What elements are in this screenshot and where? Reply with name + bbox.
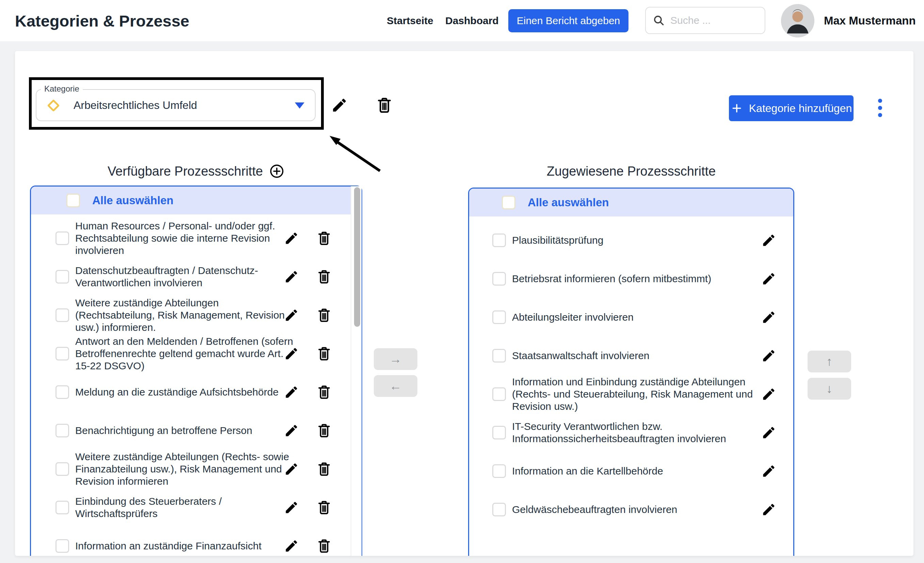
select-all-checkbox[interactable] xyxy=(66,194,80,207)
assigned-steps-listbox: Alle auswählen Plausibilitätsprüfung Bet… xyxy=(468,187,794,556)
select-all-checkbox[interactable] xyxy=(502,196,516,209)
edit-step-icon[interactable] xyxy=(284,461,299,476)
step-checkbox[interactable] xyxy=(56,539,69,553)
delete-step-icon[interactable] xyxy=(316,384,332,400)
process-step-row: Weitere zuständige Abteilungen (Rechtsab… xyxy=(31,296,361,334)
step-checkbox[interactable] xyxy=(492,503,506,517)
arrow-right-icon: → xyxy=(390,353,402,365)
delete-step-icon[interactable] xyxy=(316,499,332,516)
available-steps-heading: Verfügbare Prozessschritte xyxy=(108,164,263,179)
search-icon xyxy=(652,14,665,27)
step-checkbox[interactable] xyxy=(492,234,506,247)
step-label: Einbindung des Steuerberaters / Wirtscha… xyxy=(75,495,293,520)
step-checkbox[interactable] xyxy=(492,349,506,362)
step-label: Plausibilitätsprüfung xyxy=(512,234,771,246)
process-step-row: Datenschutzbeauftragten / Datenschutz-Ve… xyxy=(31,258,361,296)
process-step-row: Antwort an den Meldenden / Betroffenen (… xyxy=(31,334,361,373)
process-step-row: Abteilungsleiter involvieren xyxy=(469,298,793,336)
add-category-label: Kategorie hinzufügen xyxy=(749,102,852,115)
search-box[interactable] xyxy=(645,7,765,34)
edit-step-icon[interactable] xyxy=(284,423,299,438)
step-label: Geldwäschebeauftragten involvieren xyxy=(512,503,771,516)
category-selected-value: Arbeitsrechtliches Umfeld xyxy=(74,99,197,112)
add-process-step-icon[interactable] xyxy=(269,163,285,179)
edit-step-icon[interactable] xyxy=(761,387,776,402)
delete-step-icon[interactable] xyxy=(316,268,332,285)
edit-step-icon[interactable] xyxy=(761,348,776,363)
edit-step-icon[interactable] xyxy=(761,464,776,479)
edit-step-icon[interactable] xyxy=(284,231,299,246)
step-checkbox[interactable] xyxy=(56,385,69,399)
edit-step-icon[interactable] xyxy=(761,502,776,517)
available-select-all-header: Alle auswählen xyxy=(31,187,361,214)
step-checkbox[interactable] xyxy=(492,426,506,439)
step-label: Benachrichtigung an betroffene Person xyxy=(75,424,293,437)
available-steps-heading-row: Verfügbare Prozessschritte xyxy=(30,163,362,179)
edit-step-icon[interactable] xyxy=(284,500,299,515)
step-label: Staatsanwaltschaft involvieren xyxy=(512,350,771,362)
edit-step-icon[interactable] xyxy=(761,271,776,286)
edit-step-icon[interactable] xyxy=(761,310,776,325)
process-step-row: Information an zuständige Finanzaufsicht xyxy=(31,527,361,556)
process-step-row: Information an die Kartellbehörde xyxy=(469,452,793,490)
delete-step-icon[interactable] xyxy=(316,307,332,323)
delete-step-icon[interactable] xyxy=(316,538,332,554)
step-checkbox[interactable] xyxy=(56,232,69,245)
move-left-button[interactable]: ← xyxy=(374,375,417,397)
step-checkbox[interactable] xyxy=(492,272,506,286)
edit-step-icon[interactable] xyxy=(761,233,776,248)
delete-step-icon[interactable] xyxy=(316,346,332,362)
process-step-row: Geldwäschebeauftragten involvieren xyxy=(469,490,793,529)
add-category-button[interactable]: Kategorie hinzufügen xyxy=(729,95,854,121)
edit-step-icon[interactable] xyxy=(284,308,299,323)
step-label: IT-Security Verantwortlichen bzw. Inform… xyxy=(512,421,771,445)
process-step-row: Weitere zuständige Abteilungen (Rechts- … xyxy=(31,450,361,488)
arrow-left-icon: ← xyxy=(390,380,402,392)
submit-report-button[interactable]: Einen Bericht abgeben xyxy=(508,9,628,32)
step-checkbox[interactable] xyxy=(492,387,506,401)
delete-step-icon[interactable] xyxy=(316,422,332,439)
delete-category-button[interactable] xyxy=(375,96,394,114)
edit-step-icon[interactable] xyxy=(284,269,299,284)
process-step-row: Human Resources / Personal- und/oder ggf… xyxy=(31,219,361,258)
more-options-menu-icon[interactable] xyxy=(878,99,882,118)
move-right-button[interactable]: → xyxy=(374,348,417,370)
assigned-steps-heading-row: Zugewiesene Prozessschritte xyxy=(468,163,794,179)
delete-step-icon[interactable] xyxy=(316,461,332,477)
step-label: Information an die Kartellbehörde xyxy=(512,465,771,477)
page-title: Kategorien & Prozesse xyxy=(15,12,189,30)
step-label: Antwort an den Meldenden / Betroffenen (… xyxy=(75,335,293,372)
step-checkbox[interactable] xyxy=(56,308,69,322)
edit-step-icon[interactable] xyxy=(284,385,299,400)
process-step-row: IT-Security Verantwortlichen bzw. Inform… xyxy=(469,413,793,452)
select-all-label: Alle auswählen xyxy=(92,194,173,207)
scrollbar-thumb[interactable] xyxy=(354,187,360,327)
step-checkbox[interactable] xyxy=(56,501,69,514)
edit-step-icon[interactable] xyxy=(761,425,776,440)
arrow-up-icon: ↑ xyxy=(826,355,832,368)
step-checkbox[interactable] xyxy=(56,424,69,437)
step-checkbox[interactable] xyxy=(56,347,69,361)
delete-step-icon[interactable] xyxy=(316,230,332,246)
dropdown-caret-icon[interactable] xyxy=(295,102,304,109)
edit-step-icon[interactable] xyxy=(284,539,299,554)
user-name: Max Mustermann xyxy=(824,14,916,27)
move-up-button[interactable]: ↑ xyxy=(808,350,851,372)
step-checkbox[interactable] xyxy=(56,462,69,476)
step-checkbox[interactable] xyxy=(492,310,506,324)
step-checkbox[interactable] xyxy=(56,270,69,283)
search-input[interactable] xyxy=(670,15,748,26)
move-down-button[interactable]: ↓ xyxy=(808,378,851,400)
step-checkbox[interactable] xyxy=(492,464,506,478)
process-step-row: Meldung an die zuständige Aufsichtsbehör… xyxy=(31,373,361,411)
edit-category-button[interactable] xyxy=(331,97,348,114)
step-label: Meldung an die zuständige Aufsichtsbehör… xyxy=(75,386,293,398)
step-label: Information und Einbindung zuständige Ab… xyxy=(512,376,771,413)
process-step-row: Staatsanwaltschaft involvieren xyxy=(469,336,793,375)
nav-item-startseite[interactable]: Startseite xyxy=(387,15,434,27)
user-avatar[interactable] xyxy=(781,4,814,37)
nav-item-dashboard[interactable]: Dashboard xyxy=(446,15,499,27)
process-step-row: Betriebsrat informieren (sofern mitbesti… xyxy=(469,259,793,298)
edit-step-icon[interactable] xyxy=(284,346,299,361)
step-label: Datenschutzbeauftragten / Datenschutz-Ve… xyxy=(75,265,293,289)
